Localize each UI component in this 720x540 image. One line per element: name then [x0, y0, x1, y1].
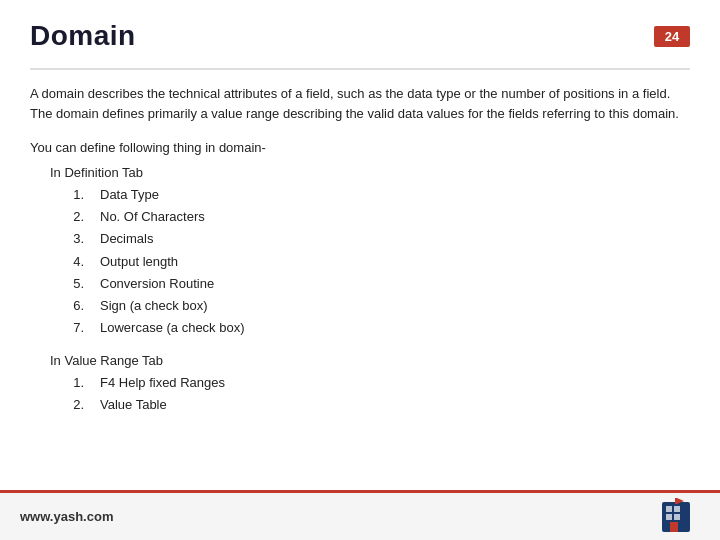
list-item-num: 1.: [66, 184, 84, 206]
svg-rect-5: [670, 522, 678, 532]
list-item-label: Lowercase (a check box): [100, 317, 245, 339]
list-item: 2.Value Table: [66, 394, 690, 416]
definition-tab-title: In Definition Tab: [50, 165, 690, 180]
section-intro-text: You can define following thing in domain…: [30, 140, 690, 155]
list-item-num: 4.: [66, 251, 84, 273]
footer-url: www.yash.com: [20, 509, 113, 524]
value-range-tab-title: In Value Range Tab: [50, 353, 690, 368]
page-title: Domain: [30, 20, 136, 52]
svg-rect-1: [666, 506, 672, 512]
list-item: 7.Lowercase (a check box): [66, 317, 690, 339]
logo: [652, 497, 700, 537]
footer: www.yash.com: [0, 490, 720, 540]
list-item-num: 7.: [66, 317, 84, 339]
definition-tab-section: In Definition Tab 1.Data Type2.No. Of Ch…: [50, 165, 690, 339]
list-item-label: Sign (a check box): [100, 295, 208, 317]
value-range-tab-section: In Value Range Tab 1.F4 Help fixed Range…: [50, 353, 690, 416]
list-item: 6.Sign (a check box): [66, 295, 690, 317]
list-item: 5.Conversion Routine: [66, 273, 690, 295]
list-item-num: 5.: [66, 273, 84, 295]
list-item-num: 6.: [66, 295, 84, 317]
slide-number: 24: [654, 26, 690, 47]
header-divider: [30, 68, 690, 70]
description-text: A domain describes the technical attribu…: [30, 84, 690, 124]
list-item-label: Decimals: [100, 228, 153, 250]
svg-rect-3: [666, 514, 672, 520]
list-item-num: 2.: [66, 394, 84, 416]
svg-rect-4: [674, 514, 680, 520]
slide: Domain 24 A domain describes the technic…: [0, 0, 720, 540]
list-item-num: 3.: [66, 228, 84, 250]
value-range-tab-list: 1.F4 Help fixed Ranges2.Value Table: [50, 372, 690, 416]
svg-rect-6: [675, 498, 677, 504]
list-item-label: Value Table: [100, 394, 167, 416]
list-item: 1.F4 Help fixed Ranges: [66, 372, 690, 394]
list-item-num: 2.: [66, 206, 84, 228]
header: Domain 24: [30, 20, 690, 52]
list-item: 3.Decimals: [66, 228, 690, 250]
list-item-num: 1.: [66, 372, 84, 394]
list-item-label: Data Type: [100, 184, 159, 206]
list-item-label: Output length: [100, 251, 178, 273]
list-item: 1.Data Type: [66, 184, 690, 206]
list-item: 4.Output length: [66, 251, 690, 273]
definition-tab-list: 1.Data Type2.No. Of Characters3.Decimals…: [50, 184, 690, 339]
list-item: 2.No. Of Characters: [66, 206, 690, 228]
list-item-label: Conversion Routine: [100, 273, 214, 295]
list-item-label: No. Of Characters: [100, 206, 205, 228]
list-item-label: F4 Help fixed Ranges: [100, 372, 225, 394]
yash-logo-icon: [654, 498, 698, 536]
svg-rect-2: [674, 506, 680, 512]
